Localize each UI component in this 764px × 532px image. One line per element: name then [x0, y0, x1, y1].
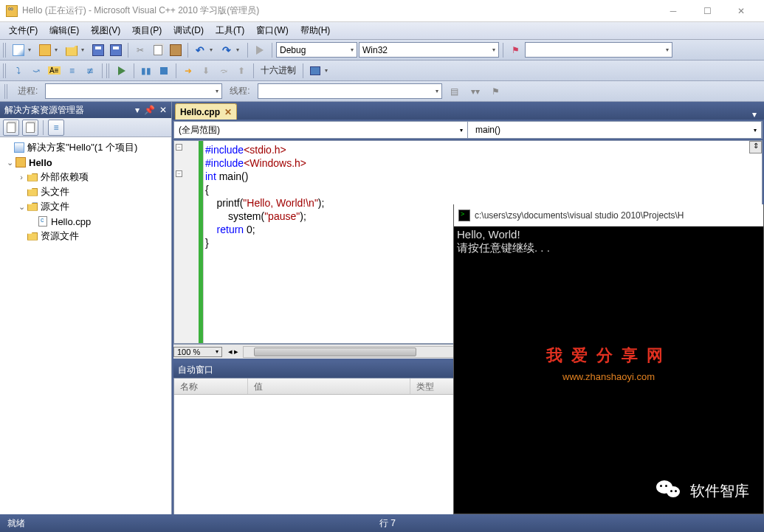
zoom-combo[interactable]: 100 %▾ [173, 347, 222, 357]
save-button[interactable] [90, 42, 106, 58]
project-node[interactable]: ⌄ Hello [1, 155, 170, 170]
thread-flag-icon[interactable]: ▾▾ [467, 83, 483, 100]
output-window-icon[interactable] [307, 63, 323, 79]
find-button[interactable]: ⚑ [507, 42, 523, 58]
open-dropdown[interactable]: ▾ [81, 46, 89, 53]
step-over-icon[interactable]: ⤻ [28, 63, 44, 79]
copy-button[interactable] [150, 42, 166, 58]
close-button[interactable]: ✕ [724, 0, 758, 22]
editor-gutter: − − [174, 141, 204, 343]
uncomment-icon[interactable]: ≢ [82, 63, 98, 79]
watermark: 软件智库 [656, 479, 749, 502]
redo-dropdown[interactable]: ▾ [236, 46, 244, 53]
paste-button[interactable] [168, 42, 184, 58]
platform-combo[interactable]: Win32▾ [359, 42, 499, 58]
toolbar-grip[interactable] [4, 84, 9, 99]
toolbar-grip[interactable] [106, 63, 111, 78]
find-combo[interactable]: ▾ [525, 42, 672, 58]
menu-file[interactable]: 文件(F) [3, 22, 44, 39]
scrollbar-thumb[interactable] [254, 348, 416, 356]
panel-pin-icon[interactable]: 📌 [144, 105, 155, 115]
member-combo[interactable]: main()▾ [468, 122, 762, 138]
platform-value: Win32 [362, 45, 388, 55]
undo-button[interactable]: ↶ [192, 42, 208, 58]
hex-label[interactable]: 十六进制 [258, 64, 299, 77]
config-combo[interactable]: Debug▾ [276, 42, 357, 58]
outline-collapse-icon[interactable]: − [176, 144, 182, 151]
sources-node[interactable]: ⌄ 源文件 [1, 199, 170, 214]
menu-tools[interactable]: 工具(T) [210, 22, 250, 39]
thread-combo[interactable]: ▾ [258, 83, 442, 99]
expand-icon[interactable]: › [16, 173, 27, 182]
new-dropdown[interactable]: ▾ [28, 46, 35, 53]
stack-frame-icon[interactable]: ⚑ [488, 83, 504, 100]
console-url: www.zhanshaoyi.com [454, 371, 763, 382]
file-node[interactable]: Hello.cpp [1, 214, 170, 229]
show-next-icon[interactable]: ➜ [180, 63, 196, 79]
document-tab[interactable]: Hello.cpp ✕ [175, 103, 237, 120]
tabs-dropdown-icon[interactable]: ▾ [748, 109, 761, 120]
cut-button[interactable]: ✂ [132, 42, 148, 58]
file-label: Hello.cpp [51, 216, 91, 227]
zoom-value: 100 % [177, 348, 200, 356]
save-all-button[interactable] [108, 42, 124, 58]
expand-icon[interactable]: ⌄ [16, 202, 27, 212]
split-icon[interactable]: ⇕ [749, 141, 762, 153]
minimize-button[interactable]: ─ [656, 0, 690, 22]
add-dropdown[interactable]: ▾ [55, 46, 62, 53]
menu-view[interactable]: 视图(V) [85, 22, 126, 39]
process-label: 进程: [15, 85, 41, 97]
view-code-button[interactable]: ≡ [48, 120, 64, 136]
menu-edit[interactable]: 编辑(E) [44, 22, 85, 39]
step-into-icon[interactable]: ⤵ [10, 63, 27, 79]
solution-explorer-header: 解决方案资源管理器 ▾ 📌 ✕ [0, 102, 171, 118]
tab-close-icon[interactable]: ✕ [224, 107, 232, 117]
continue-button[interactable] [114, 63, 130, 79]
menu-help[interactable]: 帮助(H) [295, 22, 337, 39]
outline-collapse-icon[interactable]: − [176, 170, 182, 177]
stop-button[interactable] [156, 63, 172, 79]
show-all-button[interactable] [22, 120, 38, 136]
toolbar-grip[interactable] [3, 43, 7, 58]
step-into2-icon[interactable]: ⬇ [198, 63, 214, 79]
change-indicator [199, 141, 203, 343]
panel-close-icon[interactable]: ✕ [159, 105, 167, 115]
scope-combo[interactable]: (全局范围)▾ [174, 122, 468, 138]
menu-window[interactable]: 窗口(W) [250, 22, 294, 39]
process-combo[interactable]: ▾ [45, 83, 222, 99]
console-window[interactable]: c:\users\zsy\documents\visual studio 201… [453, 204, 764, 514]
pause-button[interactable]: ▮▮ [138, 63, 154, 79]
panel-dropdown-icon[interactable]: ▾ [135, 105, 140, 115]
split-left-icon[interactable]: ◂ [228, 347, 233, 356]
col-name[interactable]: 名称 [174, 379, 248, 394]
solution-node[interactable]: 解决方案"Hello"(1 个项目) [1, 140, 170, 155]
headers-node[interactable]: 头文件 [1, 184, 170, 199]
thread-filter-icon[interactable]: ▤ [447, 83, 463, 100]
properties-button[interactable] [3, 120, 19, 136]
expand-icon[interactable]: ⌄ [4, 158, 15, 167]
col-value[interactable]: 值 [248, 379, 410, 394]
wechat-icon [656, 479, 683, 502]
split-right-icon[interactable]: ▸ [234, 347, 238, 356]
comment-icon[interactable]: ≡ [64, 63, 80, 79]
start-button[interactable] [252, 42, 268, 58]
toolbar-grip[interactable] [3, 63, 7, 78]
highlight-icon[interactable]: A≡ [46, 63, 63, 79]
resources-node[interactable]: 资源文件 [1, 229, 170, 243]
external-deps-node[interactable]: › 外部依赖项 [1, 170, 170, 184]
redo-button[interactable]: ↷ [218, 42, 235, 58]
step-over2-icon[interactable]: ⤼ [216, 63, 232, 79]
solution-tree[interactable]: 解决方案"Hello"(1 个项目) ⌄ Hello › 外部依赖项 头文件 ⌄… [0, 137, 171, 532]
console-output: Hello, World! 请按任意键继续. . . [454, 227, 763, 256]
output-dropdown[interactable]: ▾ [325, 67, 332, 74]
new-project-button[interactable] [10, 42, 27, 58]
console-titlebar[interactable]: c:\users\zsy\documents\visual studio 201… [454, 204, 763, 227]
step-out-icon[interactable]: ⬆ [233, 63, 249, 79]
open-button[interactable] [63, 42, 80, 58]
maximize-button[interactable]: ☐ [690, 0, 724, 22]
add-item-button[interactable] [37, 42, 53, 58]
titlebar: Hello (正在运行) - Microsoft Visual C++ 2010… [0, 0, 764, 22]
menu-debug[interactable]: 调试(D) [168, 22, 210, 39]
menu-project[interactable]: 项目(P) [126, 22, 168, 39]
undo-dropdown[interactable]: ▾ [210, 46, 217, 53]
